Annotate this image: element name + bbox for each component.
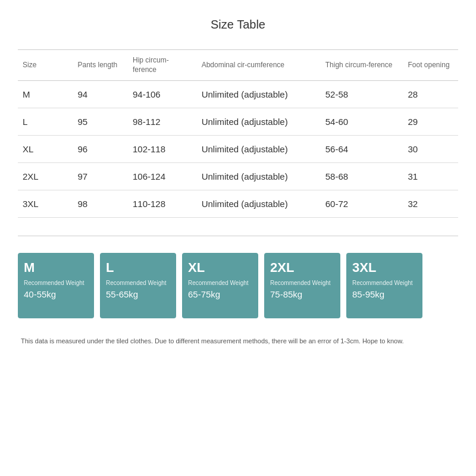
size-table: SizePants lengthHip circum-ferenceAbdomi…	[18, 49, 458, 218]
cell-0-0: M	[18, 81, 73, 108]
card-weight: 85-95kg	[352, 289, 416, 299]
size-card-3xl: 3XLRecommended Weight85-95kg	[346, 253, 422, 318]
cell-1-5: 29	[403, 108, 459, 136]
size-cards-section: MRecommended Weight40-55kgLRecommended W…	[18, 247, 458, 324]
cell-3-4: 58-68	[321, 163, 403, 190]
cell-4-5: 32	[403, 190, 459, 218]
table-row: XL96102-118Unlimited (adjustable)56-6430	[18, 136, 458, 163]
cell-2-3: Unlimited (adjustable)	[197, 136, 321, 163]
cell-2-5: 30	[403, 136, 459, 163]
cell-4-0: 3XL	[18, 190, 73, 218]
size-card-xl: XLRecommended Weight65-75kg	[182, 253, 258, 318]
size-card-l: LRecommended Weight55-65kg	[100, 253, 176, 318]
cell-3-2: 106-124	[128, 163, 197, 190]
cell-1-3: Unlimited (adjustable)	[197, 108, 321, 136]
card-size-label: M	[24, 260, 88, 275]
size-card-m: MRecommended Weight40-55kg	[18, 253, 94, 318]
card-weight: 65-75kg	[188, 289, 252, 299]
card-rec-label: Recommended Weight	[352, 279, 416, 287]
cell-4-3: Unlimited (adjustable)	[197, 190, 321, 218]
cell-4-4: 60-72	[321, 190, 403, 218]
table-row: 2XL97106-124Unlimited (adjustable)58-683…	[18, 163, 458, 190]
page-title: Size Table	[18, 18, 458, 32]
table-row: M9494-106Unlimited (adjustable)52-5828	[18, 81, 458, 108]
card-rec-label: Recommended Weight	[188, 279, 252, 287]
card-size-label: 2XL	[270, 260, 334, 275]
cell-0-4: 52-58	[321, 81, 403, 108]
card-weight: 55-65kg	[106, 289, 170, 299]
cell-1-4: 54-60	[321, 108, 403, 136]
cell-0-3: Unlimited (adjustable)	[197, 81, 321, 108]
card-weight: 75-85kg	[270, 289, 334, 299]
card-size-label: L	[106, 260, 170, 275]
cell-2-2: 102-118	[128, 136, 197, 163]
card-rec-label: Recommended Weight	[270, 279, 334, 287]
table-header-row: SizePants lengthHip circum-ferenceAbdomi…	[18, 50, 458, 81]
cell-3-5: 31	[403, 163, 459, 190]
cell-2-0: XL	[18, 136, 73, 163]
col-header-5: Foot opening	[403, 50, 459, 81]
table-row: L9598-112Unlimited (adjustable)54-6029	[18, 108, 458, 136]
cell-0-5: 28	[403, 81, 459, 108]
size-card-2xl: 2XLRecommended Weight75-85kg	[264, 253, 340, 318]
col-header-0: Size	[18, 50, 73, 81]
col-header-1: Pants length	[73, 50, 129, 81]
cell-4-2: 110-128	[128, 190, 197, 218]
cell-1-2: 98-112	[128, 108, 197, 136]
cell-0-1: 94	[73, 81, 129, 108]
cell-1-1: 95	[73, 108, 129, 136]
cell-3-0: 2XL	[18, 163, 73, 190]
cell-2-4: 56-64	[321, 136, 403, 163]
page-container: Size Table SizePants lengthHip circum-fe…	[0, 0, 476, 476]
card-size-label: XL	[188, 260, 252, 275]
col-header-4: Thigh circum-ference	[321, 50, 403, 81]
cell-3-1: 97	[73, 163, 129, 190]
cell-0-2: 94-106	[128, 81, 197, 108]
cell-1-0: L	[18, 108, 73, 136]
cell-3-3: Unlimited (adjustable)	[197, 163, 321, 190]
card-size-label: 3XL	[352, 260, 416, 275]
card-rec-label: Recommended Weight	[106, 279, 170, 287]
footer-note: This data is measured under the tiled cl…	[18, 336, 458, 346]
card-weight: 40-55kg	[24, 289, 88, 299]
cell-4-1: 98	[73, 190, 129, 218]
col-header-3: Abdominal cir-cumference	[197, 50, 321, 81]
cell-2-1: 96	[73, 136, 129, 163]
col-header-2: Hip circum-ference	[128, 50, 197, 81]
table-row: 3XL98110-128Unlimited (adjustable)60-723…	[18, 190, 458, 218]
card-rec-label: Recommended Weight	[24, 279, 88, 287]
section-divider	[18, 236, 458, 236]
